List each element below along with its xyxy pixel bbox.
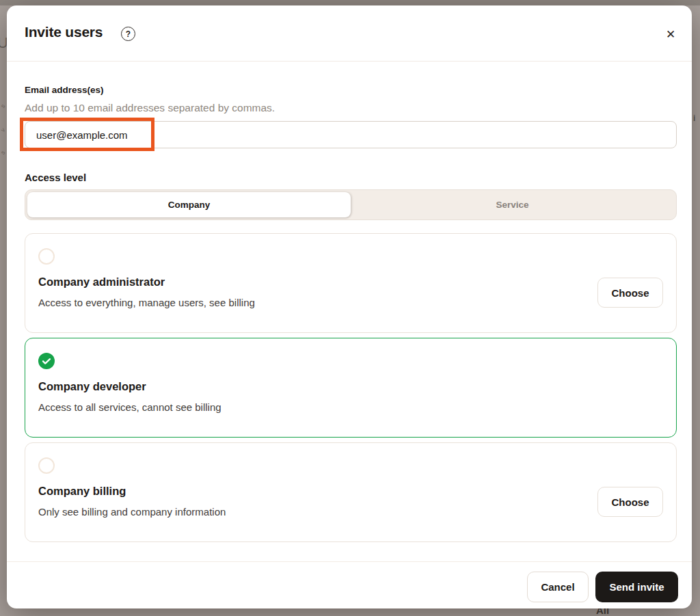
tab-service[interactable]: Service bbox=[351, 192, 674, 217]
email-helper-text: Add up to 10 email addresses separated b… bbox=[25, 102, 275, 114]
invite-users-dialog: Invite users ? ✕ Email address(es) Add u… bbox=[7, 5, 692, 608]
role-card-company-administrator[interactable]: Company administrator Access to everythi… bbox=[25, 233, 677, 333]
choose-button[interactable]: Choose bbox=[597, 487, 663, 517]
role-title: Company billing bbox=[38, 485, 126, 498]
role-card-company-developer[interactable]: Company developer Access to all services… bbox=[25, 338, 677, 438]
email-input[interactable] bbox=[25, 121, 677, 148]
backdrop-top-strip bbox=[0, 0, 700, 5]
dialog-title: Invite users bbox=[25, 24, 103, 40]
role-description: Access to everything, manage users, see … bbox=[38, 297, 255, 308]
dialog-footer: Cancel Send invite bbox=[7, 561, 692, 608]
role-description: Only see billing and company information bbox=[38, 506, 226, 518]
send-invite-button[interactable]: Send invite bbox=[595, 572, 678, 602]
background-text-fragment: i bbox=[693, 113, 695, 123]
background-text-fragment: v bbox=[0, 126, 6, 133]
tab-company[interactable]: Company bbox=[27, 192, 351, 217]
radio-unselected-icon[interactable] bbox=[38, 248, 55, 265]
role-description: Access to all services, cannot see billi… bbox=[38, 401, 221, 413]
cancel-button[interactable]: Cancel bbox=[527, 572, 589, 602]
background-text-fragment: s bbox=[0, 103, 6, 109]
dialog-header: Invite users ? ✕ bbox=[7, 5, 692, 62]
background-text-fragment: s bbox=[0, 149, 6, 156]
role-title: Company developer bbox=[38, 380, 146, 393]
help-icon[interactable]: ? bbox=[121, 27, 135, 41]
role-title: Company administrator bbox=[38, 276, 165, 289]
role-card-company-billing[interactable]: Company billing Only see billing and com… bbox=[25, 442, 677, 542]
check-circle-icon bbox=[38, 353, 55, 369]
email-label: Email address(es) bbox=[25, 85, 104, 95]
radio-unselected-icon[interactable] bbox=[38, 457, 55, 474]
access-level-label: Access level bbox=[25, 172, 86, 183]
close-icon[interactable]: ✕ bbox=[662, 25, 679, 43]
choose-button[interactable]: Choose bbox=[597, 278, 663, 308]
access-level-segmented-control: Company Service bbox=[25, 189, 677, 220]
